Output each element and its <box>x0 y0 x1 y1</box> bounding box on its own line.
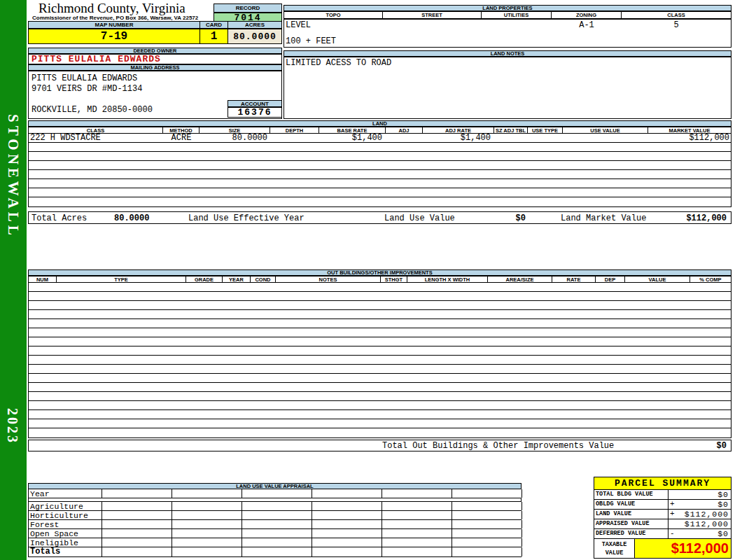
class-value: 5 <box>622 20 731 30</box>
address-line-2: 9701 VEIRS DR #MD-1134 <box>31 84 142 94</box>
deeded-owner-value: PITTS EULALIA EDWARDS <box>28 54 282 64</box>
acres-value: 80.0000 <box>227 29 282 44</box>
land-use-appraisal-title: LAND USE VALUE APPRAISAL <box>28 483 522 489</box>
out-buildings-title: OUT BUILDINGS/OTHER IMPROVEMENTS <box>28 270 732 276</box>
taxable-value-label: TAXABLE VALUE <box>594 539 635 558</box>
summary-label: OBLDG VALUE <box>594 500 668 509</box>
ob-col-num: NUM <box>29 276 57 282</box>
summary-op: + <box>670 500 676 508</box>
district-sidebar: STONEWALL 2023 <box>0 0 27 560</box>
tax-year-vertical: 2023 <box>4 408 20 444</box>
ob-col-notes: NOTES <box>276 276 381 282</box>
appraisal-row-forest: Forest <box>28 520 522 529</box>
account-label: ACCOUNT <box>227 100 282 107</box>
summary-value: $112,000 <box>668 519 731 528</box>
appraisal-label: Year <box>29 489 102 498</box>
appraisal-row-year: Year <box>28 489 522 498</box>
appraisal-row-ineligible: Ineligible <box>28 538 522 547</box>
land-use-appraisal-table: Year Agriculture Horticulture Forest Ope… <box>28 489 522 557</box>
commissioner-line: Commissioner of the Revenue, PO Box 366,… <box>32 15 198 21</box>
topo-value: LEVEL <box>286 20 311 30</box>
land-use-value: $0 <box>477 214 526 223</box>
land-note-text: LIMITED ACESS TO ROAD <box>286 58 391 68</box>
acres-label: ACRES <box>227 21 282 29</box>
ob-col-sthgt: STHGT <box>381 276 407 282</box>
land-row-method: ACRE <box>163 134 200 142</box>
summary-row-taxable: TAXABLE VALUE $112,000 <box>594 539 732 559</box>
land-market-value-label: Land Market Value <box>561 214 646 223</box>
appraisal-label: Open Space <box>29 529 102 538</box>
column-header-street: STREET <box>383 12 482 18</box>
land-properties-body: LEVEL A-1 5 100 + FEET <box>284 19 732 48</box>
address-line-1: PITTS EULALIA EDWARDS <box>31 74 137 83</box>
land-col-use-value: USE VALUE <box>563 127 648 133</box>
county-title: Richmond County, Virginia <box>38 1 186 16</box>
land-use-effective-year-label: Land Use Effective Year <box>188 214 304 223</box>
frontage-note: 100 + FEET <box>286 36 336 46</box>
summary-value: $0 <box>668 490 731 499</box>
out-buildings-total-value: $0 <box>717 441 727 451</box>
ob-col-length-width: LENGTH X WIDTH <box>407 276 488 282</box>
land-col-base-rate: BASE RATE <box>319 127 386 133</box>
land-col-depth: DEPTH <box>270 127 319 133</box>
ob-col-area-size: AREA/SIZE <box>488 276 552 282</box>
land-row-adj-rate: $1,400 <box>423 134 491 142</box>
summary-row-obldg: OBLDG VALUE +$0 <box>594 500 732 510</box>
land-col-market-value: MARKET VALUE <box>648 127 731 133</box>
summary-label: TOTAL BLDG VALUE <box>594 490 668 499</box>
out-buildings-total-label: Total Out Buildings & Other Improvements… <box>382 441 614 451</box>
summary-row-land-value: LAND VALUE +$112,000 <box>594 510 732 519</box>
land-col-adj-rate: ADJ RATE <box>423 127 494 133</box>
appraisal-label: Horticulture <box>29 511 102 519</box>
ob-col-year: YEAR <box>223 276 251 282</box>
land-row-market-value: $112,000 <box>648 134 729 142</box>
mailing-address-label: MAILING ADDRESS <box>28 64 282 71</box>
appraisal-row-totals: Totals <box>28 547 522 557</box>
appraisal-row-horticulture: Horticulture <box>28 511 522 520</box>
land-notes-title: LAND NOTES <box>284 50 732 57</box>
summary-label: DEFERRED VALUE <box>594 529 668 538</box>
land-notes-box: LIMITED ACESS TO ROAD <box>284 57 732 119</box>
taxable-value: $112,000 <box>635 539 731 558</box>
out-buildings-header-row: NUM TYPE GRADE YEAR COND NOTES STHGT LEN… <box>28 276 732 283</box>
ob-col-grade: GRADE <box>186 276 223 282</box>
summary-op: + <box>670 510 676 518</box>
ob-col-rate: RATE <box>552 276 596 282</box>
record-label: RECORD <box>214 4 282 13</box>
column-header-zoning: ZONING <box>552 12 622 18</box>
summary-value: -$0 <box>668 529 731 538</box>
land-row-base-rate: $1,400 <box>319 134 382 142</box>
land-row-size: 80.0000 <box>200 134 267 142</box>
parcel-summary-table: TOTAL BLDG VALUE $0 OBLDG VALUE +$0 LAND… <box>594 490 732 559</box>
ob-col-comp: % COMP <box>690 276 731 282</box>
land-properties-header-row: TOPO STREET UTILITIES ZONING CLASS <box>284 11 732 19</box>
card-label: CARD <box>200 21 228 29</box>
ob-col-type: TYPE <box>57 276 186 282</box>
map-number-label: MAP NUMBER <box>28 21 200 29</box>
land-totals-row: Total Acres 80.0000 Land Use Effective Y… <box>28 211 732 224</box>
account-value: 16376 <box>227 107 282 118</box>
ob-col-dep: DEP <box>596 276 625 282</box>
appraisal-label: Forest <box>29 520 102 528</box>
land-col-method: METHOD <box>163 127 200 133</box>
summary-label: APPRAISED VALUE <box>594 519 668 528</box>
parcel-summary-title: PARCEL SUMMARY <box>594 477 732 490</box>
out-buildings-total-row: Total Out Buildings & Other Improvements… <box>28 440 732 451</box>
land-use-value-label: Land Use Value <box>384 214 455 223</box>
map-number-value: 7-19 <box>28 29 200 44</box>
appraisal-label: Ineligible <box>29 538 102 547</box>
column-header-topo: TOPO <box>284 12 383 18</box>
summary-value: +$112,000 <box>668 510 731 519</box>
land-col-use-type: USE TYPE <box>528 127 563 133</box>
column-header-class: CLASS <box>622 12 731 18</box>
summary-op: - <box>670 529 676 538</box>
address-line-3: ROCKVILLE, MD 20850-0000 <box>31 105 153 115</box>
ob-col-cond: COND <box>251 276 276 282</box>
total-acres-label: Total Acres <box>31 214 87 223</box>
summary-label: LAND VALUE <box>594 510 668 519</box>
land-table-empty-rows <box>28 143 732 207</box>
appraisal-label: Totals <box>29 547 102 556</box>
land-table-title: LAND <box>28 120 732 127</box>
out-buildings-empty-rows <box>28 283 732 438</box>
land-properties-title: LAND PROPERTIES <box>284 5 732 11</box>
